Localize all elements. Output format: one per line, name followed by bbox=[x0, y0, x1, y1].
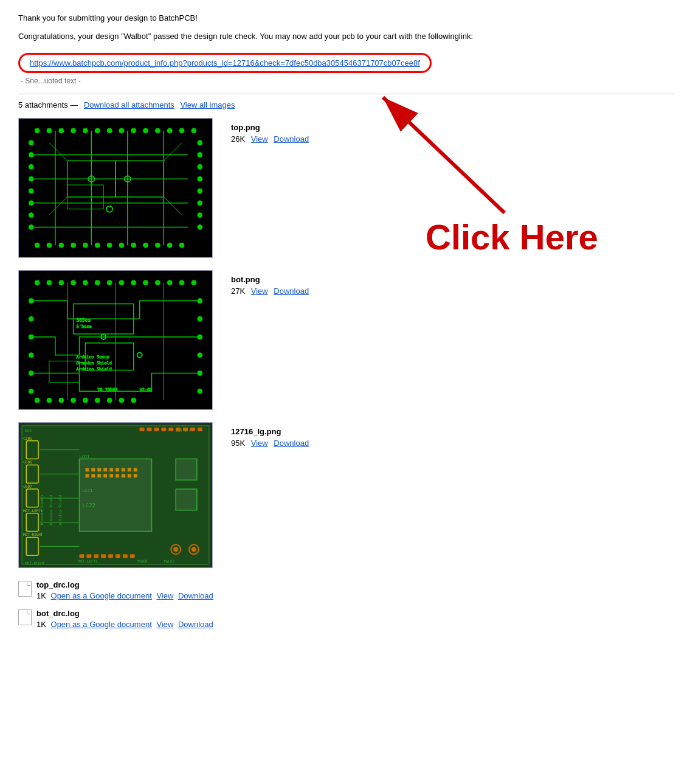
svg-point-90 bbox=[47, 398, 52, 403]
svg-text:C607: C607 bbox=[23, 484, 32, 488]
svg-rect-145 bbox=[91, 474, 95, 477]
svg-rect-149 bbox=[116, 474, 119, 477]
svg-point-63 bbox=[35, 280, 40, 285]
svg-rect-157 bbox=[86, 554, 91, 558]
link-container: https://www.batchpcb.com/product_info.ph… bbox=[18, 53, 432, 73]
svg-point-96 bbox=[119, 398, 124, 403]
svg-rect-161 bbox=[116, 554, 120, 558]
bot-drc-log-size: 1K bbox=[36, 620, 46, 629]
svg-text:LC22: LC22 bbox=[82, 502, 95, 508]
svg-point-64 bbox=[47, 280, 52, 285]
12716-lg-view-link[interactable]: View bbox=[251, 439, 268, 448]
svg-rect-142 bbox=[128, 468, 131, 471]
top-drc-log-download-link[interactable]: Download bbox=[178, 591, 213, 600]
svg-point-14 bbox=[191, 128, 196, 133]
top-drc-log-view-link[interactable]: View bbox=[156, 591, 173, 600]
svg-text:365os: 365os bbox=[77, 317, 91, 323]
svg-point-40 bbox=[143, 243, 148, 248]
svg-point-88 bbox=[29, 389, 33, 394]
12716-lg-size: 95K bbox=[231, 439, 245, 448]
attachment-count: 5 attachments bbox=[18, 100, 68, 109]
bot-png-view-link[interactable]: View bbox=[251, 286, 268, 296]
svg-point-17 bbox=[198, 164, 202, 169]
svg-point-92 bbox=[71, 398, 76, 403]
svg-rect-140 bbox=[116, 468, 119, 471]
svg-point-94 bbox=[95, 398, 100, 403]
product-link[interactable]: https://www.batchpcb.com/product_info.ph… bbox=[30, 58, 420, 68]
svg-point-36 bbox=[95, 243, 100, 248]
svg-text:MOT-RIGHT: MOT-RIGHT bbox=[25, 561, 45, 565]
svg-point-73 bbox=[155, 280, 160, 285]
svg-point-86 bbox=[29, 353, 33, 358]
svg-point-29 bbox=[29, 213, 33, 218]
svg-rect-151 bbox=[128, 474, 131, 477]
svg-rect-135 bbox=[85, 468, 89, 471]
top-png-meta: 26K View Download bbox=[231, 134, 309, 144]
svg-point-70 bbox=[119, 280, 124, 285]
svg-text:PWLEG: PWLEG bbox=[164, 559, 174, 563]
view-all-link[interactable]: View all images bbox=[180, 100, 235, 109]
bot-drc-log-filename: bot_drc.log bbox=[36, 609, 213, 618]
bot-png-download-link[interactable]: Download bbox=[274, 286, 309, 296]
12716-lg-info: 12716_lg.png 95K View Download bbox=[231, 422, 309, 448]
svg-point-89 bbox=[35, 398, 40, 403]
svg-text:D10-0-7: D10-0-7 bbox=[176, 428, 191, 432]
bot-drc-log-download-link[interactable]: Download bbox=[178, 620, 213, 629]
attachment-12716-lg-png: C205 C606 C607 MOT-LEFT1 MOT-RIGHT bbox=[18, 422, 675, 568]
attachment-top-drc-log: top_drc.log 1K Open as a Google document… bbox=[18, 580, 675, 600]
svg-rect-143 bbox=[134, 468, 137, 471]
svg-point-15 bbox=[198, 140, 202, 145]
top-png-filename: top.png bbox=[231, 123, 309, 132]
svg-rect-162 bbox=[123, 554, 128, 558]
bot-drc-log-meta: 1K Open as a Google document View Downlo… bbox=[36, 620, 213, 629]
svg-point-31 bbox=[35, 243, 40, 248]
svg-point-35 bbox=[83, 243, 88, 248]
top-png-view-link[interactable]: View bbox=[251, 134, 268, 144]
bot-drc-log-open-link[interactable]: Open as a Google document bbox=[51, 620, 152, 629]
svg-point-41 bbox=[155, 243, 160, 248]
bot-png-filename: bot.png bbox=[231, 275, 309, 284]
svg-point-66 bbox=[71, 280, 76, 285]
svg-point-84 bbox=[29, 316, 33, 321]
svg-text:EOS: EOS bbox=[25, 428, 32, 432]
svg-rect-147 bbox=[103, 474, 107, 477]
top-png-download-link[interactable]: Download bbox=[274, 134, 309, 144]
svg-point-72 bbox=[143, 280, 148, 285]
svg-rect-118 bbox=[161, 428, 166, 431]
svg-point-12 bbox=[167, 128, 172, 133]
top-drc-log-open-link[interactable]: Open as a Google document bbox=[51, 591, 152, 600]
12716-lg-thumbnail[interactable]: C205 C606 C607 MOT-LEFT1 MOT-RIGHT bbox=[18, 422, 213, 568]
svg-point-22 bbox=[198, 224, 202, 229]
attachment-bot-drc-log: bot_drc.log 1K Open as a Google document… bbox=[18, 609, 675, 629]
top-png-info: top.png 26K View Download bbox=[231, 118, 309, 144]
svg-point-97 bbox=[131, 398, 136, 403]
svg-rect-137 bbox=[97, 468, 101, 471]
page-wrapper: Thank you for submitting your design to … bbox=[18, 12, 675, 629]
svg-point-39 bbox=[131, 243, 136, 248]
12716-lg-download-link[interactable]: Download bbox=[274, 439, 309, 448]
top-png-size: 26K bbox=[231, 134, 245, 144]
svg-point-7 bbox=[107, 128, 112, 133]
svg-rect-150 bbox=[122, 474, 125, 477]
svg-point-2 bbox=[47, 128, 52, 133]
svg-rect-119 bbox=[168, 428, 173, 431]
bot-drc-log-info: bot_drc.log 1K Open as a Google document… bbox=[36, 609, 213, 629]
link-oval: https://www.batchpcb.com/product_info.ph… bbox=[18, 53, 432, 73]
svg-point-6 bbox=[95, 128, 100, 133]
svg-point-10 bbox=[143, 128, 148, 133]
svg-rect-136 bbox=[91, 468, 95, 471]
svg-text:POWER: POWER bbox=[137, 559, 148, 563]
svg-point-23 bbox=[29, 140, 33, 145]
download-all-link[interactable]: Download all attachments bbox=[84, 100, 174, 109]
bot-png-thumbnail[interactable]: 365os S'hose Arduino Sunny Brandon Shiel… bbox=[18, 270, 213, 410]
svg-point-42 bbox=[167, 243, 172, 248]
bot-png-size: 27K bbox=[231, 286, 245, 296]
svg-rect-117 bbox=[154, 428, 159, 431]
svg-rect-167 bbox=[176, 459, 197, 480]
svg-text:MOT-RIGHT: MOT-RIGHT bbox=[23, 532, 43, 536]
svg-point-65 bbox=[59, 280, 64, 285]
top-png-thumbnail[interactable] bbox=[18, 118, 213, 258]
bot-drc-log-view-link[interactable]: View bbox=[156, 620, 173, 629]
attachment-bot-png: 365os S'hose Arduino Sunny Brandon Shiel… bbox=[18, 270, 675, 410]
svg-rect-139 bbox=[109, 468, 113, 471]
